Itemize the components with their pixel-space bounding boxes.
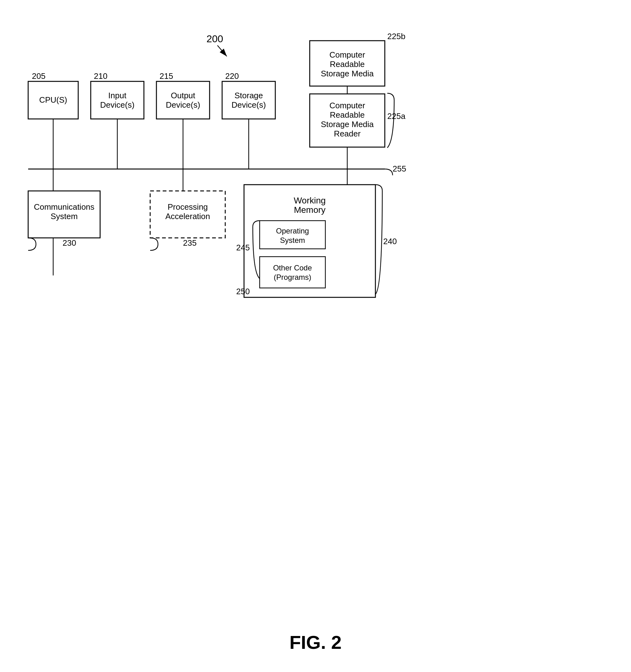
csm-reader-label-4: Reader — [334, 129, 361, 138]
proc-accel-label-1: Processing — [168, 202, 208, 212]
csm-reader-label-2: Readable — [330, 110, 364, 120]
output-label-1: Output — [171, 91, 196, 100]
other-code-number: 250 — [236, 287, 250, 296]
comm-number: 230 — [62, 238, 76, 247]
diagram-number: 200 — [206, 33, 223, 44]
input-number: 210 — [94, 71, 107, 81]
csm-label-1: Computer — [329, 50, 365, 59]
os-number: 245 — [236, 243, 250, 252]
storage-label-1: Storage — [234, 91, 263, 100]
working-mem-number: 240 — [383, 237, 397, 246]
input-label-1: Input — [108, 91, 127, 100]
comm-brace — [28, 238, 36, 250]
working-mem-label-1: Working — [294, 196, 326, 205]
storage-label-2: Device(s) — [231, 100, 266, 110]
input-label-2: Device(s) — [100, 100, 134, 110]
other-code-label-1: Other Code — [273, 264, 312, 272]
proc-accel-number: 235 — [183, 238, 197, 247]
working-mem-label-2: Memory — [294, 205, 325, 215]
other-code-label-2: (Programs) — [274, 273, 311, 281]
output-number: 215 — [159, 71, 173, 81]
os-label-2: System — [280, 236, 305, 244]
csm-label-2: Readable — [330, 59, 364, 69]
diagram-arrow — [218, 45, 227, 56]
working-mem-brace — [375, 185, 382, 294]
bus-number: 255 — [393, 164, 406, 173]
csm-reader-label-3: Storage Media — [321, 120, 374, 129]
os-label-1: Operating — [276, 226, 309, 235]
other-code-box — [260, 257, 325, 288]
csm-reader-label-1: Computer — [329, 101, 365, 110]
csm-label-3: Storage Media — [321, 69, 374, 78]
proc-accel-label-2: Acceleration — [165, 212, 210, 221]
figure-label: FIG. 2 — [289, 632, 342, 653]
cpu-label: CPU(S) — [39, 95, 67, 104]
comm-label-2: System — [51, 212, 78, 221]
bus-curve — [385, 169, 393, 175]
csm-number: 225b — [387, 32, 405, 41]
output-label-2: Device(s) — [166, 100, 200, 110]
storage-number: 220 — [225, 71, 239, 81]
proc-accel-brace — [150, 238, 158, 250]
diagram-container: 200 CPU(S) 205 Input Device(s) 210 Outpu… — [19, 25, 613, 620]
csm-reader-number: 225a — [387, 112, 405, 121]
cpu-number: 205 — [32, 71, 45, 81]
comm-label-1: Communications — [34, 202, 95, 212]
diagram-svg: 200 CPU(S) 205 Input Device(s) 210 Outpu… — [19, 25, 613, 620]
